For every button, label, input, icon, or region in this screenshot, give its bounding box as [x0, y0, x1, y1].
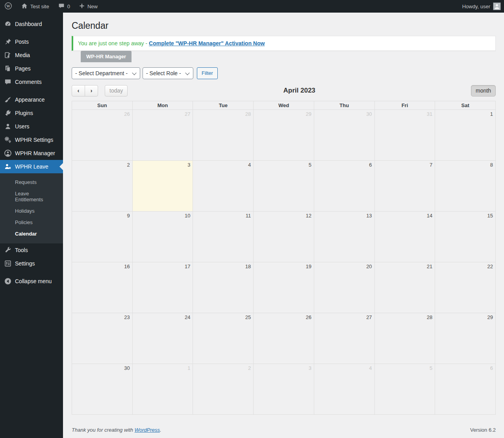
- month-view-button[interactable]: month: [471, 85, 496, 97]
- calendar-day-cell[interactable]: 3: [133, 161, 193, 212]
- prev-month-button[interactable]: ‹: [72, 85, 85, 97]
- calendar-day-cell[interactable]: 12: [254, 212, 314, 262]
- sidebar-item-wphr-manager[interactable]: WPHR Manager: [0, 147, 63, 160]
- sidebar-item-plugins[interactable]: Plugins: [0, 106, 63, 120]
- sidebar-item-posts[interactable]: Posts: [0, 35, 63, 48]
- site-name-menu[interactable]: Test site: [17, 0, 54, 13]
- day-number: 11: [246, 212, 254, 219]
- sidebar-item-wphr-leave[interactable]: WPHR Leave: [0, 160, 63, 173]
- calendar-day-cell[interactable]: 3: [254, 364, 314, 415]
- calendar-day-cell[interactable]: 28: [375, 313, 435, 364]
- next-month-button[interactable]: ›: [85, 85, 98, 97]
- calendar-day-cell[interactable]: 4: [193, 161, 254, 212]
- my-account-menu[interactable]: Howdy, user: [459, 0, 504, 13]
- sidebar-item-collapse-menu[interactable]: Collapse menu: [0, 275, 63, 288]
- avatar: [493, 2, 501, 10]
- day-number: 28: [245, 110, 253, 117]
- calendar-day-cell[interactable]: 28: [193, 110, 254, 161]
- calendar-day-cell[interactable]: 30: [314, 110, 375, 161]
- new-menu[interactable]: New: [74, 0, 102, 13]
- calendar-day-cell[interactable]: 27: [133, 110, 193, 161]
- calendar-day-cell[interactable]: 19: [254, 262, 314, 313]
- calendar-day-headers: Sun Mon Tue Wed Thu Fri Sat: [72, 101, 496, 110]
- calendar-day-cell[interactable]: 4: [314, 364, 375, 415]
- calendar-day-cell[interactable]: 25: [193, 313, 254, 364]
- wordpress-logo-menu[interactable]: W: [0, 0, 17, 13]
- calendar-day-cell[interactable]: 11: [193, 212, 254, 262]
- sidebar-item-users[interactable]: Users: [0, 120, 63, 133]
- sidebar-item-pages[interactable]: Pages: [0, 62, 63, 75]
- calendar-day-cell[interactable]: 20: [314, 262, 375, 313]
- today-button[interactable]: today: [105, 85, 128, 97]
- filter-button[interactable]: Filter: [197, 67, 218, 79]
- calendar-day-cell[interactable]: 24: [133, 313, 193, 364]
- sidebar-item-comments[interactable]: Comments: [0, 75, 63, 89]
- site-name-label: Test site: [30, 4, 49, 9]
- day-number: 30: [124, 364, 132, 371]
- sidebar-item-appearance[interactable]: Appearance: [0, 93, 63, 106]
- day-number: 1: [187, 364, 193, 371]
- activation-link[interactable]: Complete "WP-HR Manager" Activation Now: [149, 40, 265, 46]
- calendar-day-cell[interactable]: 23: [72, 313, 133, 364]
- calendar-day-cell[interactable]: 22: [435, 262, 496, 313]
- submenu-item-holidays[interactable]: Holidays: [0, 205, 63, 217]
- calendar-day-cell[interactable]: 10: [133, 212, 193, 262]
- calendar-day-cell[interactable]: 2: [72, 161, 133, 212]
- calendar-day-cell[interactable]: 14: [375, 212, 435, 262]
- sidebar-item-media[interactable]: Media: [0, 48, 63, 62]
- main-content: Calendar You are just one step away - Co…: [63, 13, 504, 438]
- role-select[interactable]: - Select Role -: [143, 67, 193, 79]
- day-number: 14: [427, 212, 435, 219]
- calendar-day-cell[interactable]: 31: [375, 110, 435, 161]
- calendar-day-cell[interactable]: 6: [314, 161, 375, 212]
- wordpress-link[interactable]: WordPress: [135, 427, 160, 433]
- sidebar-item-dashboard[interactable]: Dashboard: [0, 17, 63, 31]
- calendar-day-cell[interactable]: 18: [193, 262, 254, 313]
- pin-icon: [4, 38, 12, 46]
- wp-hr-manager-tab[interactable]: WP-HR Manager: [81, 51, 132, 62]
- calendar-day-cell[interactable]: 5: [375, 364, 435, 415]
- calendar-day-cell[interactable]: 1: [435, 110, 496, 161]
- calendar-day-cell[interactable]: 13: [314, 212, 375, 262]
- calendar-day-cell[interactable]: 2: [193, 364, 254, 415]
- comments-menu[interactable]: 0: [54, 0, 74, 13]
- day-number: 9: [127, 212, 132, 219]
- calendar-week-row: 23242526272829: [72, 313, 496, 364]
- new-label: New: [87, 4, 98, 9]
- prev-next-group: ‹ ›: [72, 85, 98, 97]
- calendar-day-cell[interactable]: 16: [72, 262, 133, 313]
- day-number: 5: [309, 161, 314, 168]
- submenu-item-requests[interactable]: Requests: [0, 176, 63, 188]
- calendar-day-cell[interactable]: 30: [72, 364, 133, 415]
- sidebar-item-wphr-settings[interactable]: WPHR Settings: [0, 133, 63, 147]
- submenu-item-leave-entitlements[interactable]: Leave Entitlements: [0, 188, 63, 205]
- calendar-day-cell[interactable]: 29: [435, 313, 496, 364]
- submenu-item-calendar[interactable]: Calendar: [0, 228, 63, 239]
- calendar-day-cell[interactable]: 27: [314, 313, 375, 364]
- sidebar-item-tools[interactable]: Tools: [0, 243, 63, 257]
- day-number: 23: [124, 313, 132, 320]
- department-select[interactable]: - Select Department -: [72, 67, 140, 79]
- calendar-day-cell[interactable]: 7: [375, 161, 435, 212]
- calendar-day-cell[interactable]: 26: [72, 110, 133, 161]
- day-number: 18: [245, 262, 253, 269]
- calendar-day-cell[interactable]: 1: [133, 364, 193, 415]
- calendar-day-cell[interactable]: 21: [375, 262, 435, 313]
- calendar-grid: Sun Mon Tue Wed Thu Fri Sat 262728293031…: [72, 101, 496, 415]
- calendar-day-cell[interactable]: 29: [254, 110, 314, 161]
- calendar-day-cell[interactable]: 9: [72, 212, 133, 262]
- calendar-day-cell[interactable]: 15: [435, 212, 496, 262]
- calendar-day-cell[interactable]: 26: [254, 313, 314, 364]
- calendar-day-cell[interactable]: 6: [435, 364, 496, 415]
- day-number: 29: [487, 313, 495, 320]
- submenu-item-policies[interactable]: Policies: [0, 217, 63, 228]
- filter-row: - Select Department - - Select Role - Fi…: [72, 67, 496, 79]
- sidebar-item-settings[interactable]: Settings: [0, 257, 63, 270]
- calendar-day-cell[interactable]: 17: [133, 262, 193, 313]
- day-number: 15: [487, 212, 495, 219]
- calendar-day-cell[interactable]: 5: [254, 161, 314, 212]
- admin-sidebar: Dashboard Posts Media Pages Comments App…: [0, 13, 63, 438]
- calendar-day-cell[interactable]: 8: [435, 161, 496, 212]
- sidebar-item-label: Posts: [15, 39, 29, 45]
- day-number: 4: [248, 161, 253, 168]
